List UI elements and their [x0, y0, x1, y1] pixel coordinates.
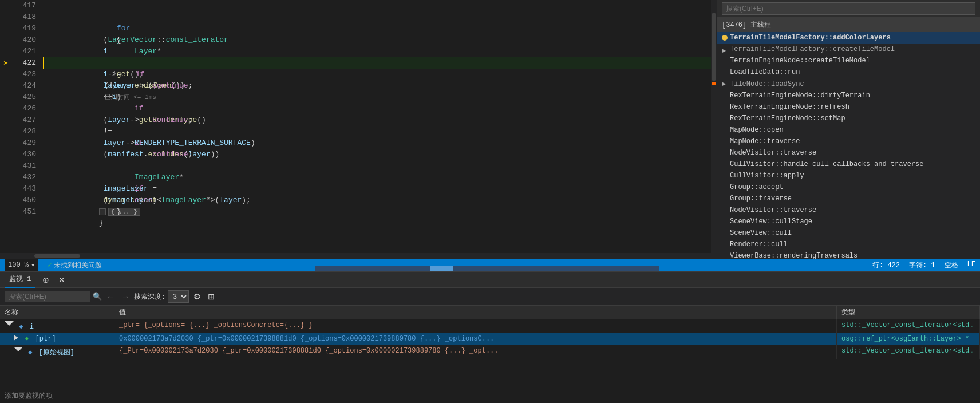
code-vertical-scrollbar[interactable] — [711, 0, 717, 253]
ln-421: 421 — [11, 46, 38, 57]
cs-label-1: TerrainTileModelFactory::createTileModel — [730, 45, 895, 53]
call-stack-item-13[interactable]: Group::accept — [717, 181, 980, 193]
call-stack-item-17[interactable]: SceneView::cull — [717, 227, 980, 239]
call-stack-item-8[interactable]: MapNode::open — [717, 124, 980, 136]
gutter-line-428 — [0, 126, 11, 137]
call-stack-panel: [3476] 主线程 TerrainTileModelFactory::addC… — [717, 0, 980, 259]
call-stack-search-input[interactable] — [722, 2, 975, 15]
main-container: ➤ 417 418 — [0, 0, 980, 403]
ln-428: 428 — [11, 126, 38, 137]
call-stack-item-15[interactable]: NodeVisitor::traverse — [717, 204, 980, 216]
zoom-level[interactable]: 100 % ▾ — [5, 259, 38, 271]
call-stack-title: [3476] 主线程 — [722, 20, 771, 30]
search-depth-label: 搜索深度: — [134, 292, 165, 302]
watch-back-button[interactable]: ← — [104, 291, 117, 302]
scroll-track[interactable] — [315, 266, 659, 271]
code-horizontal-scrollbar[interactable] — [0, 253, 717, 259]
watch-icon-i: ◆ — [19, 323, 23, 331]
line-numbers: 417 418 419 420 421 422 423 424 425 426 … — [11, 0, 43, 253]
call-stack-item-10[interactable]: NodeVisitor::traverse — [717, 147, 980, 159]
add-watch-button[interactable]: 添加要监视的项 — [0, 389, 980, 403]
call-stack-item-3[interactable]: LoadTileData::run — [717, 66, 980, 78]
gutter-line-423 — [0, 69, 11, 80]
call-stack-search-box — [717, 0, 980, 18]
watch-col-type: 类型 — [837, 306, 980, 319]
cs-label-11: CullVisitor::handle_cull_callbacks_and_t… — [730, 160, 923, 168]
ln-443: 443 — [11, 183, 38, 195]
watch-row-i[interactable]: ◆ i _ptr= {_options= {...} _optionsConcr… — [0, 319, 980, 333]
code-editor: ➤ 417 418 — [0, 0, 717, 259]
gutter-line-422: ➤ — [0, 57, 11, 69]
call-stack-list[interactable]: TerrainTileModelFactory::addColorLayers … — [717, 32, 980, 259]
watch-row-ptr[interactable]: ● [ptr] 0x000002173a7d2030 {_ptr=0x00000… — [0, 333, 980, 345]
watch-row-raw[interactable]: ◆ [原始视图] {_Ptr=0x000002173a7d2030 {_ptr=… — [0, 345, 980, 359]
watch-cell-i-value: _ptr= {_options= {...} _optionsConcrete=… — [114, 319, 837, 333]
cs-label-4: TileNode::loadSync — [730, 80, 804, 88]
call-stack-item-6[interactable]: RexTerrainEngineNode::refresh — [717, 101, 980, 113]
watch-close-button[interactable]: ✕ — [56, 274, 68, 286]
call-stack-item-2[interactable]: TerrainEngineNode::createTileModel — [717, 55, 980, 66]
scroll-pos[interactable] — [430, 266, 453, 271]
watch-cell-i-name: ◆ i — [0, 319, 114, 333]
code-line-420: Layer* layer = i->get(); — [43, 34, 711, 46]
watch-forward-button[interactable]: → — [119, 291, 132, 302]
gutter-line-425 — [0, 92, 11, 103]
call-stack-item-14[interactable]: Group::traverse — [717, 193, 980, 204]
h-scroll-thumb[interactable] — [34, 254, 80, 258]
gutter-line-421 — [0, 46, 11, 57]
call-stack-item-4[interactable]: ▶ TileNode::loadSync — [717, 78, 980, 90]
watch-depth-select[interactable]: 3 1 2 4 5 — [168, 290, 189, 303]
watch-expand-button[interactable]: ⊞ — [206, 291, 217, 302]
ln-426: 426 — [11, 103, 38, 114]
call-stack-item-12[interactable]: CullVisitor::apply — [717, 170, 980, 181]
cs-label-15: NodeVisitor::traverse — [730, 206, 816, 214]
expand-i-icon[interactable] — [5, 321, 14, 329]
code-lines-container: for (LayerVector::const_iterator i = lay… — [43, 0, 711, 253]
ln-427: 427 — [11, 114, 38, 126]
code-line-425: if (layer->getRenderType() != layer->REN… — [43, 92, 711, 103]
watch-cell-raw-value: {_Ptr=0x000002173a7d2030 {_ptr=0x0000021… — [114, 345, 837, 359]
call-stack-item-5[interactable]: RexTerrainEngineNode::dirtyTerrain — [717, 90, 980, 101]
call-stack-item-1[interactable]: ▶ TerrainTileModelFactory::createTileMod… — [717, 44, 980, 55]
call-stack-item-19[interactable]: ViewerBase::renderingTraversals — [717, 250, 980, 259]
watch-cell-i-type: std::_Vector_const_iterator<std:... — [837, 319, 980, 333]
watch-cell-raw-name: ◆ [原始视图] — [0, 345, 114, 359]
search-icon: 🔍 — [93, 292, 102, 301]
editor-area: ➤ 417 418 — [0, 0, 980, 259]
code-line-428: if (manifest.excludes(layer)) — [43, 126, 711, 137]
gutter-line-429 — [0, 137, 11, 149]
watch-filter-button[interactable]: ⚙ — [191, 291, 203, 302]
space-info: 空格 — [945, 260, 958, 270]
call-stack-item-9[interactable]: MapNode::traverse — [717, 136, 980, 147]
gutter-line-419 — [0, 23, 11, 34]
call-stack-item-0[interactable]: TerrainTileModelFactory::addColorLayers — [717, 32, 980, 44]
call-stack-item-18[interactable]: Renderer::cull — [717, 239, 980, 250]
gutter-line-451 — [0, 206, 11, 218]
gutter-line-418 — [0, 11, 11, 23]
ln-424: 424 — [11, 80, 38, 92]
cs-arrow-4: ▶ — [722, 80, 728, 88]
code-scroll-thumb[interactable] — [712, 13, 716, 81]
code-content: ➤ 417 418 — [0, 0, 717, 253]
expand-raw-icon[interactable] — [14, 347, 23, 354]
ln-451: 451 — [11, 206, 38, 218]
watch-search-input[interactable] — [5, 291, 90, 302]
watch-tab[interactable]: 监视 1 — [5, 272, 35, 288]
code-line-427 — [43, 114, 711, 126]
call-stack-item-7[interactable]: RexTerrainEngineNode::setMap — [717, 113, 980, 124]
watch-panel: 监视 1 ⊕ ✕ 🔍 ← → 搜索深度: 3 1 2 4 5 ⚙ ⊞ — [0, 271, 980, 403]
cs-label-13: Group::accept — [730, 183, 784, 191]
gutter-line-417 — [0, 0, 11, 11]
watch-pin-button[interactable]: ⊕ — [40, 274, 52, 286]
ln-432: 432 — [11, 172, 38, 183]
gutter-line-450 — [0, 195, 11, 206]
code-line-431: ImageLayer* imageLayer = dynamic_cast<Im… — [43, 160, 711, 172]
call-stack-item-16[interactable]: SceneView::cullStage — [717, 216, 980, 227]
expand-ptr-icon[interactable] — [14, 335, 18, 341]
issues-indicator: ✓ 未找到相关问题 — [48, 260, 102, 270]
cs-label-9: MapNode::traverse — [730, 137, 800, 145]
cs-label-18: Renderer::cull — [730, 240, 788, 248]
code-line-430 — [43, 149, 711, 160]
cs-label-8: MapNode::open — [730, 126, 784, 134]
call-stack-item-11[interactable]: CullVisitor::handle_cull_callbacks_and_t… — [717, 159, 980, 170]
